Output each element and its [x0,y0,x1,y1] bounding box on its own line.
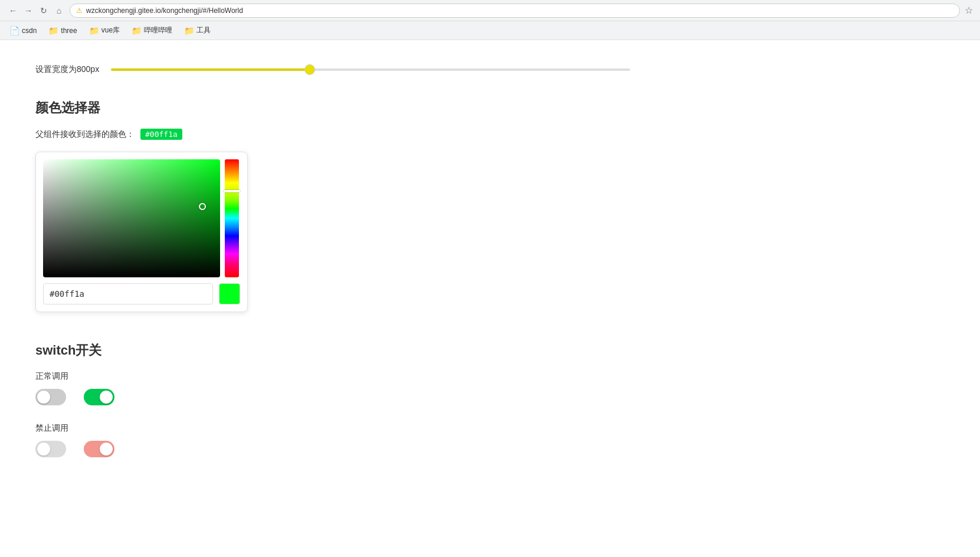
forward-button[interactable]: → [22,5,34,17]
gradient-overlay [43,159,220,277]
reload-button[interactable]: ↻ [38,5,50,17]
color-value-badge: #00ff1a [140,129,182,140]
bookmarks-bar: 📄 csdn 📁 three 📁 vue库 📁 哔哩哔哩 📁 工具 [0,21,980,40]
bookmark-bilibili-label: 哔哩哔哩 [144,25,172,35]
color-gradient-canvas[interactable] [43,159,220,277]
folder-icon: 📁 [48,26,58,35]
disabled-switches-row [35,441,496,457]
folder-icon: 📄 [9,26,19,35]
browser-actions: ☆ [965,5,973,16]
bookmark-star-icon[interactable]: ☆ [965,5,973,16]
color-picker-section: 颜色选择器 父组件接收到选择的颜色： #00ff1a [35,99,496,312]
toggle-thumb-3 [37,443,50,456]
disabled-group-label: 禁止调用 [35,423,496,434]
bookmark-csdn-label: csdn [22,27,37,35]
switch-normal-off[interactable] [35,389,66,405]
slider-container [111,64,630,76]
color-preview-box[interactable] [219,283,240,304]
color-picker-bottom [43,283,240,304]
main-content: 设置宽度为800px 颜色选择器 父组件接收到选择的颜色： #00ff1a [0,40,531,499]
hue-strip[interactable] [225,159,239,277]
hue-indicator [224,190,240,192]
switch-normal-on[interactable] [84,389,114,405]
switch-section: switch开关 正常调用 禁止调用 [35,342,496,457]
browser-chrome: ← → ↻ ⌂ ⚠ wzckongchengji.gitee.io/kongch… [0,0,980,21]
color-label-row: 父组件接收到选择的颜色： #00ff1a [35,129,496,140]
toggle-thumb-4 [100,443,113,456]
address-bar[interactable]: ⚠ wzckongchengji.gitee.io/kongchengji/#/… [70,4,960,18]
switch-disabled-on [84,441,114,457]
switch-section-title: switch开关 [35,342,496,359]
switch-group-normal: 正常调用 [35,371,496,405]
security-icon: ⚠ [76,6,83,15]
bookmark-vue-label: vue库 [101,25,120,35]
hex-input[interactable] [43,283,213,304]
toggle-thumb-1 [37,391,50,404]
width-slider[interactable] [111,68,630,71]
bookmark-vue[interactable]: 📁 vue库 [84,24,124,37]
nav-controls: ← → ↻ ⌂ [7,5,65,17]
normal-group-label: 正常调用 [35,371,496,382]
slider-section: 设置宽度为800px [35,64,496,76]
bookmark-tools-label: 工具 [196,25,211,35]
folder-icon: 📁 [89,26,99,35]
bookmark-three-label: three [61,27,77,35]
switch-disabled-off [35,441,66,457]
bookmark-three[interactable]: 📁 three [44,24,81,37]
bookmark-tools[interactable]: 📁 工具 [179,24,215,37]
bookmark-csdn[interactable]: 📄 csdn [5,24,41,37]
parent-color-label: 父组件接收到选择的颜色： [35,129,135,140]
toggle-thumb-2 [100,391,113,404]
back-button[interactable]: ← [7,5,19,17]
bookmark-bilibili[interactable]: 📁 哔哩哔哩 [127,24,177,37]
color-picker-top [43,159,240,277]
color-picker-widget [35,152,248,312]
slider-label: 设置宽度为800px [35,64,99,75]
url-text: wzckongchengji.gitee.io/kongchengji/#/He… [86,6,243,15]
switch-group-disabled: 禁止调用 [35,423,496,457]
color-picker-title: 颜色选择器 [35,99,496,117]
normal-switches-row [35,389,496,405]
folder-icon: 📁 [132,26,142,35]
home-button[interactable]: ⌂ [53,5,65,17]
folder-icon: 📁 [184,26,194,35]
